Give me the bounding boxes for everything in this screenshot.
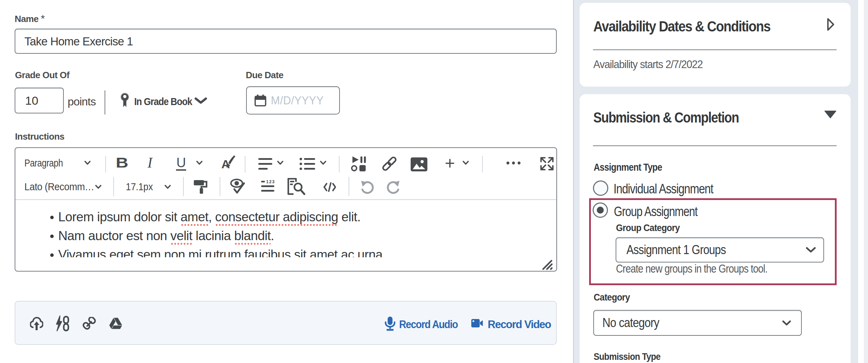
svg-text:123: 123: [266, 179, 275, 184]
